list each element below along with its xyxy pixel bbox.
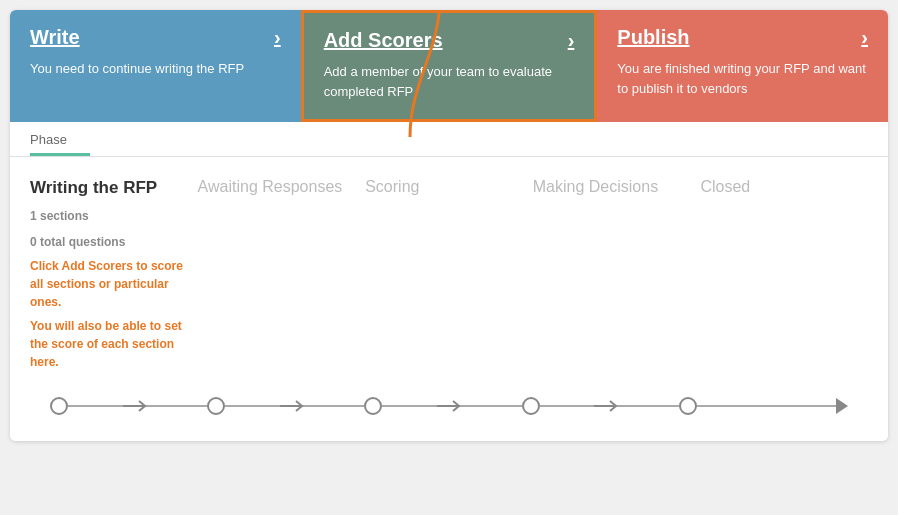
steps-row: Writing the RFP 1 sections 0 total quest… xyxy=(30,157,868,381)
add-scorers-desc: Add a member of your team to evaluate co… xyxy=(324,62,575,101)
step-writing: Writing the RFP 1 sections 0 total quest… xyxy=(30,177,198,371)
add-scorers-chevron: › xyxy=(568,29,575,52)
add-scorers-title-text: Add Scorers xyxy=(324,29,443,52)
publish-title: Publish › xyxy=(617,26,868,49)
tl-arrow-icon-2 xyxy=(280,399,310,413)
publish-desc: You are finished writing your RFP and wa… xyxy=(617,59,868,98)
timeline-line-2 xyxy=(225,405,364,407)
step-making-decisions-label: Making Decisions xyxy=(533,178,658,195)
step-writing-sub2: 0 total questions xyxy=(30,233,188,251)
phase-label: Phase xyxy=(30,122,868,153)
step-scoring-label: Scoring xyxy=(365,178,419,195)
step-writing-hint1: Click Add Scorers to score all sections … xyxy=(30,257,188,311)
banner-row: Write › You need to continue writing the… xyxy=(10,10,888,122)
timeline-line-5 xyxy=(697,405,836,407)
step-writing-hint2: You will also be able to set the score o… xyxy=(30,317,188,371)
timeline-arrow-end xyxy=(836,398,848,414)
timeline xyxy=(50,397,848,415)
timeline-node-5 xyxy=(679,397,697,415)
phase-section: Phase Writing the RFP 1 sections 0 total… xyxy=(10,122,888,441)
write-desc: You need to continue writing the RFP xyxy=(30,59,281,79)
timeline-node-4 xyxy=(522,397,540,415)
add-scorers-banner[interactable]: Add Scorers › Add a member of your team … xyxy=(301,10,598,122)
write-title: Write › xyxy=(30,26,281,49)
publish-banner[interactable]: Publish › You are finished writing your … xyxy=(597,10,888,122)
step-closed: Closed xyxy=(700,177,868,198)
timeline-node-1 xyxy=(50,397,68,415)
step-writing-label: Writing the RFP xyxy=(30,178,157,197)
add-scorers-title: Add Scorers › xyxy=(324,29,575,52)
tl-arrow-icon-3 xyxy=(437,399,467,413)
tl-arrow-icon-1 xyxy=(123,399,153,413)
step-awaiting: Awaiting Responses xyxy=(198,177,366,198)
tl-arrow-icon-4 xyxy=(594,399,624,413)
timeline-line-3 xyxy=(382,405,521,407)
write-banner[interactable]: Write › You need to continue writing the… xyxy=(10,10,301,122)
write-chevron: › xyxy=(274,26,281,49)
timeline-node-2 xyxy=(207,397,225,415)
step-writing-sub1: 1 sections xyxy=(30,207,188,225)
timeline-section xyxy=(30,381,868,431)
timeline-node-3 xyxy=(364,397,382,415)
publish-title-text: Publish xyxy=(617,26,689,49)
publish-chevron: › xyxy=(861,26,868,49)
step-making-decisions: Making Decisions xyxy=(533,177,701,198)
step-awaiting-label: Awaiting Responses xyxy=(198,178,343,195)
main-container: Write › You need to continue writing the… xyxy=(10,10,888,441)
timeline-line-1 xyxy=(68,405,207,407)
step-closed-label: Closed xyxy=(700,178,750,195)
timeline-line-4 xyxy=(540,405,679,407)
step-scoring: Scoring xyxy=(365,177,533,198)
write-title-text: Write xyxy=(30,26,80,49)
